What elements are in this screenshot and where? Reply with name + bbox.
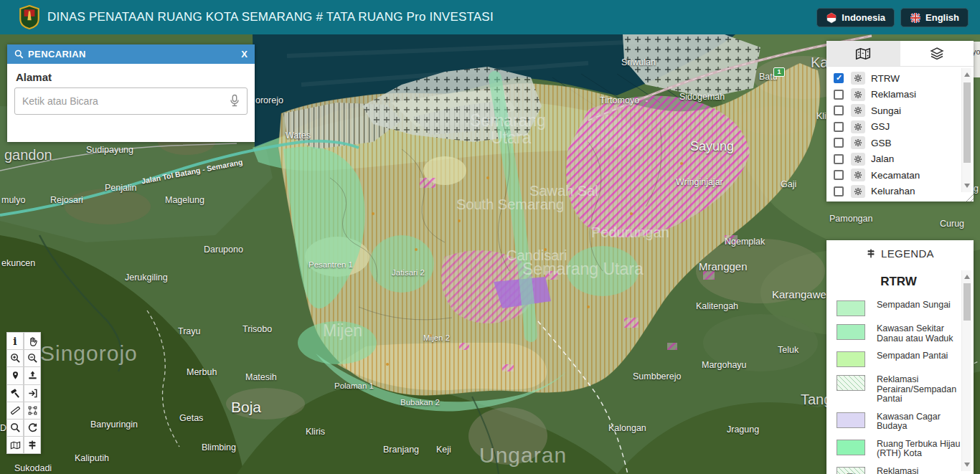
layer-panel: RTRW Reklamasi Sunga xyxy=(826,41,974,202)
legend-swatch: RTH xyxy=(837,467,865,474)
legend-item: Ruang Terbuka Hijau (RTH) Kota xyxy=(837,440,961,459)
tab-layers[interactable] xyxy=(900,41,974,66)
gear-icon xyxy=(853,138,863,148)
legend-label: Kawasan Cagar Budaya xyxy=(877,412,961,432)
info-icon[interactable]: i xyxy=(6,332,24,350)
language-switcher: Indonesia English xyxy=(816,8,969,27)
layer-label: GSJ xyxy=(871,121,890,132)
search-panel: PENCARIAN X Alamat xyxy=(7,44,255,142)
legend-title: LEGENDA xyxy=(881,247,934,260)
layer-row: GSB xyxy=(834,137,961,148)
layer-checkbox[interactable] xyxy=(834,122,844,132)
legend-header: LEGENDA xyxy=(826,240,974,266)
address-search-input[interactable] xyxy=(14,87,248,115)
legend-item: RTH Reklamasi Perairan/Ruang Terbuka Hij… xyxy=(837,467,961,474)
uk-flag-icon xyxy=(910,12,921,24)
scroll-up-arrow[interactable] xyxy=(964,275,970,279)
legend-signs-icon[interactable] xyxy=(24,436,41,454)
pan-hand-icon[interactable] xyxy=(24,332,41,350)
layer-row: Kecamatan xyxy=(834,169,961,181)
legend-swatch xyxy=(837,351,865,367)
basemap-map-icon xyxy=(854,47,872,61)
legend-swatch xyxy=(837,440,865,455)
search-icon[interactable] xyxy=(6,419,24,437)
tab-basemap[interactable] xyxy=(826,41,900,66)
layer-settings-button[interactable] xyxy=(851,120,865,133)
layer-settings-button[interactable] xyxy=(851,104,865,117)
layer-settings-button[interactable] xyxy=(851,185,865,198)
layer-list: RTRW Reklamasi Sunga xyxy=(826,67,961,202)
layer-label: Kecamatan xyxy=(871,170,920,181)
refresh-icon[interactable] xyxy=(24,419,41,437)
layer-settings-button[interactable] xyxy=(851,169,865,181)
close-icon[interactable]: X xyxy=(241,49,248,60)
search-panel-header: PENCARIAN X xyxy=(7,44,255,64)
upload-icon[interactable] xyxy=(24,366,41,384)
layer-checkbox[interactable] xyxy=(834,90,844,100)
legend-swatch xyxy=(837,375,865,391)
sign-in-icon[interactable] xyxy=(24,384,41,402)
layer-checkbox[interactable] xyxy=(834,170,844,180)
layer-settings-button[interactable] xyxy=(851,88,865,101)
layer-checkbox[interactable] xyxy=(834,105,844,115)
gear-icon xyxy=(853,154,863,164)
indonesia-flag-icon xyxy=(826,12,837,24)
layer-settings-button[interactable] xyxy=(851,136,865,149)
language-indonesia-button[interactable]: Indonesia xyxy=(816,8,895,27)
legend-scrollbar[interactable] xyxy=(961,270,971,471)
search-icon xyxy=(14,49,24,59)
scroll-up-arrow[interactable] xyxy=(964,72,970,77)
legend-swatch xyxy=(837,300,865,316)
map-toolbar: i xyxy=(7,333,42,454)
map-signs-icon xyxy=(866,248,876,259)
legend-item: Sempadan Sungai xyxy=(837,300,961,316)
hammer-tool-icon[interactable] xyxy=(6,384,24,402)
legend-panel: LEGENDA RTRW Sempadan Sungai Kawasan Sek… xyxy=(826,240,974,474)
gear-icon xyxy=(853,122,863,132)
zoom-in-icon[interactable] xyxy=(6,349,24,367)
layer-checkbox[interactable] xyxy=(834,154,844,164)
legend-label: Reklamasi Perairan/Sempadan Pantai xyxy=(877,375,961,404)
layer-settings-button[interactable] xyxy=(851,72,865,85)
layer-checkbox[interactable] xyxy=(834,73,844,83)
layer-row: GSJ xyxy=(834,121,961,133)
scroll-thumb[interactable] xyxy=(963,82,971,163)
basemap-book-icon[interactable] xyxy=(6,436,24,454)
gear-icon xyxy=(853,105,863,115)
scroll-down-arrow[interactable] xyxy=(964,184,970,188)
location-pin-icon[interactable] xyxy=(6,366,24,384)
layer-label: RTRW xyxy=(871,73,900,84)
language-english-label: English xyxy=(925,12,959,23)
search-panel-title: PENCARIAN xyxy=(28,49,86,60)
zoom-out-icon[interactable] xyxy=(24,349,41,367)
scroll-thumb[interactable] xyxy=(963,283,971,321)
layer-row: Sungai xyxy=(834,105,961,116)
legend-item: Reklamasi Perairan/Sempadan Pantai xyxy=(837,375,961,404)
language-indonesia-label: Indonesia xyxy=(842,12,885,23)
layers-stack-icon xyxy=(928,46,946,62)
legend-swatch xyxy=(837,324,865,340)
language-english-button[interactable]: English xyxy=(900,8,969,27)
polygon-select-icon[interactable] xyxy=(24,402,41,420)
legend-item: Sempadan Pantai xyxy=(837,351,961,367)
legend-label: Sempadan Sungai xyxy=(877,300,961,311)
layer-panel-scrollbar[interactable] xyxy=(961,68,971,192)
ruler-measure-icon[interactable] xyxy=(6,402,24,420)
layer-row: Kelurahan xyxy=(834,186,961,197)
legend-label: Kawasan Sekitar Danau atau Waduk xyxy=(877,324,961,343)
panel-resize-handle[interactable] xyxy=(964,192,974,202)
layer-row: Jalan xyxy=(834,153,961,165)
gear-icon xyxy=(853,73,863,83)
layer-checkbox[interactable] xyxy=(834,138,844,148)
microphone-icon[interactable] xyxy=(228,94,241,108)
gear-icon xyxy=(853,170,863,180)
legend-group-title: RTRW xyxy=(837,275,961,289)
layer-label: Sungai xyxy=(871,105,901,116)
legend-item: Kawasan Sekitar Danau atau Waduk xyxy=(837,324,961,343)
layer-label: Reklamasi xyxy=(871,89,916,100)
scroll-down-arrow[interactable] xyxy=(964,463,970,467)
layer-settings-button[interactable] xyxy=(851,153,865,166)
legend-label: Ruang Terbuka Hijau (RTH) Kota xyxy=(877,440,961,459)
legend-swatch xyxy=(837,412,865,428)
layer-checkbox[interactable] xyxy=(834,186,844,196)
